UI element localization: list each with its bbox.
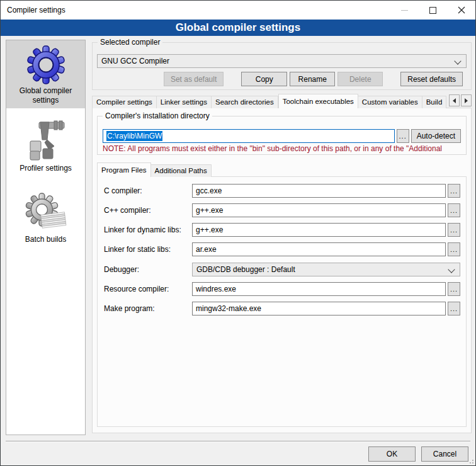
installation-directory-browse-button[interactable]: ...	[397, 129, 409, 143]
selected-compiler-group-label: Selected compiler	[98, 38, 162, 47]
resource-compiler-input[interactable]: windres.exe	[192, 282, 446, 296]
compiler-tabs: Compiler settings Linker settings Search…	[92, 94, 472, 108]
compiler-select-value: GNU GCC Compiler	[101, 57, 169, 65]
installation-directory-group-label: Compiler's installation directory	[103, 111, 212, 121]
tab-toolchain-executables[interactable]: Toolchain executables	[278, 94, 358, 108]
static-linker-value: ar.exe	[196, 245, 217, 254]
sidebar-item-label: Batch builds	[6, 234, 85, 244]
settings-category-list: Global compiler settings Profiler settin…	[6, 40, 86, 435]
resource-compiler-row: Resource compiler: windres.exe ...	[104, 281, 460, 296]
sidebar-item-label: Global compiler settings	[6, 85, 85, 105]
dynamic-linker-label: Linker for dynamic libs:	[104, 225, 192, 234]
c-compiler-browse-button[interactable]: ...	[448, 184, 460, 198]
tab-additional-paths[interactable]: Additional Paths	[151, 164, 212, 177]
delete-button[interactable]: Delete	[337, 72, 383, 86]
debugger-value: GDB/CDB debugger : Default	[196, 265, 295, 274]
set-as-default-button[interactable]: Set as default	[164, 72, 224, 86]
dynamic-linker-value: g++.exe	[196, 225, 223, 234]
tab-scroll-right-button[interactable]	[461, 94, 472, 106]
titlebar[interactable]: Compiler settings	[1, 1, 475, 20]
make-program-browse-button[interactable]: ...	[448, 302, 460, 315]
sidebar-item-batch-builds[interactable]: Batch builds	[6, 192, 85, 244]
blue-gear-icon	[26, 45, 66, 85]
static-linker-input[interactable]: ar.exe	[192, 242, 446, 256]
compiler-settings-dialog: Compiler settings Global compiler settin…	[0, 0, 476, 466]
cpp-compiler-value: g++.exe	[196, 206, 223, 215]
cpp-compiler-label: C++ compiler:	[104, 206, 192, 215]
debugger-row: Debugger: GDB/CDB debugger : Default	[104, 262, 460, 276]
close-icon	[458, 6, 465, 14]
right-arrow-icon	[465, 98, 468, 103]
make-program-value: mingw32-make.exe	[196, 304, 261, 313]
static-linker-label: Linker for static libs:	[104, 245, 192, 254]
resize-grip[interactable]	[468, 458, 474, 464]
static-linker-browse-button[interactable]: ...	[448, 242, 460, 256]
c-compiler-input[interactable]: gcc.exe	[192, 184, 446, 198]
copy-button[interactable]: Copy	[241, 72, 287, 86]
tab-compiler-settings[interactable]: Compiler settings	[92, 96, 157, 108]
rename-button[interactable]: Rename	[290, 72, 335, 86]
window-title: Compiler settings	[7, 1, 65, 20]
sidebar-item-profiler-settings[interactable]: Profiler settings	[6, 118, 85, 173]
page-title: Global compiler settings	[1, 20, 475, 36]
maximize-icon	[429, 7, 436, 14]
footer-divider	[6, 441, 470, 442]
chevron-down-icon	[454, 57, 461, 64]
tab-build-options[interactable]: Build	[422, 96, 446, 108]
chevron-down-icon	[448, 266, 455, 273]
static-linker-row: Linker for static libs: ar.exe ...	[104, 242, 460, 256]
resource-compiler-browse-button[interactable]: ...	[448, 282, 460, 296]
program-files-tabs: Program Files Additional Paths	[97, 162, 467, 177]
minimize-icon	[401, 10, 408, 11]
debugger-select[interactable]: GDB/CDB debugger : Default	[192, 263, 460, 276]
auto-detect-button[interactable]: Auto-detect	[411, 129, 461, 143]
c-compiler-label: C compiler:	[104, 186, 192, 195]
tab-custom-variables[interactable]: Custom variables	[358, 96, 422, 108]
dynamic-linker-input[interactable]: g++.exe	[192, 223, 446, 237]
reset-defaults-button[interactable]: Reset defaults	[400, 72, 463, 86]
installation-directory-input[interactable]: C:\raylib\MinGW	[103, 129, 395, 143]
c-compiler-row: C compiler: gcc.exe ...	[104, 183, 460, 198]
tab-program-files[interactable]: Program Files	[97, 162, 151, 177]
profiler-icon	[24, 118, 68, 162]
make-program-row: Make program: mingw32-make.exe ...	[104, 301, 460, 315]
sidebar-item-label: Profiler settings	[6, 162, 85, 173]
cpp-compiler-row: C++ compiler: g++.exe ...	[104, 203, 460, 217]
resource-compiler-value: windres.exe	[196, 285, 236, 293]
cpp-compiler-input[interactable]: g++.exe	[192, 203, 446, 217]
selected-compiler-group: Selected compiler GNU GCC Compiler Set a…	[92, 42, 472, 90]
dynamic-linker-row: Linker for dynamic libs: g++.exe ...	[104, 222, 460, 237]
bin-subdirectory-note: NOTE: All programs must exist either in …	[103, 144, 466, 153]
tab-scroll-controls	[449, 94, 472, 106]
batch-builds-icon	[25, 192, 67, 234]
installation-directory-value: C:\raylib\MinGW	[106, 131, 162, 141]
ok-button[interactable]: OK	[368, 446, 416, 462]
installation-directory-group: Compiler's installation directory C:\ray…	[97, 116, 467, 155]
dynamic-linker-browse-button[interactable]: ...	[448, 223, 460, 237]
compiler-select[interactable]: GNU GCC Compiler	[97, 54, 467, 68]
make-program-label: Make program:	[104, 304, 192, 313]
debugger-label: Debugger:	[104, 265, 192, 274]
minimize-button[interactable]	[390, 1, 419, 20]
cpp-compiler-browse-button[interactable]: ...	[448, 203, 460, 217]
program-files-page: C compiler: gcc.exe ... C++ compiler: g+…	[97, 176, 467, 427]
sidebar-item-global-compiler-settings[interactable]: Global compiler settings	[6, 40, 85, 108]
make-program-input[interactable]: mingw32-make.exe	[192, 302, 446, 315]
close-button[interactable]	[447, 1, 475, 20]
tab-search-directories[interactable]: Search directories	[212, 96, 278, 108]
tab-linker-settings[interactable]: Linker settings	[157, 96, 212, 108]
tab-scroll-left-button[interactable]	[449, 94, 460, 106]
left-arrow-icon	[453, 98, 456, 103]
toolchain-executables-page: Compiler's installation directory C:\ray…	[92, 108, 472, 433]
compiler-actions: Set as default Copy Rename Delete Reset …	[164, 72, 463, 86]
c-compiler-value: gcc.exe	[196, 186, 222, 195]
installation-directory-row: C:\raylib\MinGW ... Auto-detect	[103, 129, 461, 143]
maximize-button[interactable]	[419, 1, 447, 20]
cancel-button[interactable]: Cancel	[421, 446, 468, 462]
resource-compiler-label: Resource compiler:	[104, 285, 192, 293]
